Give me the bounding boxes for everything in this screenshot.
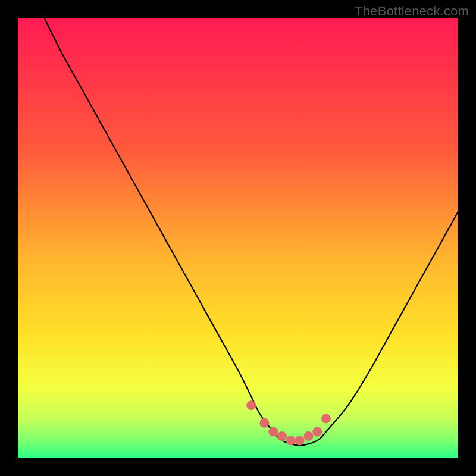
plot-container (18, 18, 458, 458)
bottleneck-chart (18, 18, 458, 458)
highlight-dot (295, 436, 305, 445)
highlight-dot (277, 431, 287, 441)
highlight-dot (321, 414, 331, 423)
watermark-text: TheBottleneck.com (355, 4, 469, 19)
highlight-dot (312, 427, 322, 437)
highlight-dot (286, 436, 296, 445)
highlight-dot (259, 418, 269, 428)
highlight-dot (246, 400, 256, 410)
gradient-background (18, 18, 458, 458)
highlight-dot (303, 431, 313, 441)
chart-frame: TheBottleneck.com (0, 0, 476, 476)
highlight-dot (268, 427, 278, 437)
